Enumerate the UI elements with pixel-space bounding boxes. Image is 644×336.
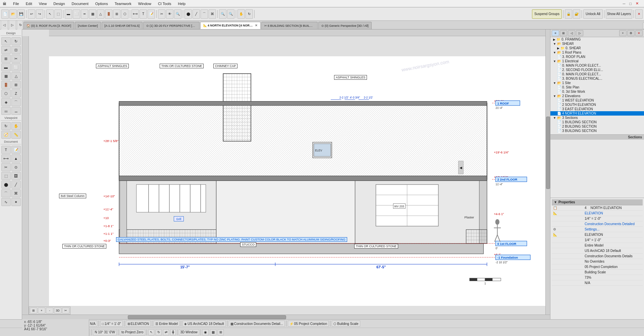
pan-tool-btn[interactable]: ✋: [11, 122, 21, 130]
tree-item-south-elev[interactable]: 📄 2 SOUTH ELEVATION: [550, 103, 644, 107]
main-canvas-area[interactable]: ELEV 2-2 1/2' 4'-3 3/4" 2-2 1/2' +28'-8"…: [22, 29, 550, 319]
column-tool[interactable]: ⬜: [73, 9, 80, 19]
text-tool-btn[interactable]: T: [1, 146, 11, 154]
menu-window[interactable]: Window: [137, 2, 153, 6]
orbit-tool-btn[interactable]: ↻: [1, 122, 11, 130]
fit-all-button[interactable]: ⊞: [30, 308, 37, 314]
sb-model-btn[interactable]: ☰ Entire Model: [154, 321, 179, 327]
sb-layers-filter[interactable]: ▦: [210, 329, 216, 335]
tab-3d-fly[interactable]: ⊙ (1) 3D-20 FLY PERSPECTIVE [3D-20 FLY P…: [143, 22, 200, 29]
label-tool[interactable]: 📝: [148, 9, 155, 19]
rotate-tool-btn[interactable]: ↻: [11, 37, 21, 45]
sb-layer-btn[interactable]: ▦ Construction Documents Detail...: [229, 321, 285, 327]
menu-design[interactable]: Design: [52, 2, 66, 6]
tree-item-bonus-elec[interactable]: 📄 3. BONUS ELECTRICAL...: [550, 76, 644, 81]
sb-project-zero-btn[interactable]: to Project Zero: [120, 329, 145, 335]
tab-action-center[interactable]: [Action Center]: [75, 22, 101, 29]
object-tool[interactable]: ⬡: [121, 9, 128, 19]
prop-row-settings[interactable]: ⚙ Settings...: [552, 227, 643, 232]
panel-collapse-button[interactable]: ◀: [458, 161, 464, 174]
sb-penset-btn[interactable]: ◈ US ArchiCAD 18 Default: [182, 321, 225, 327]
undo-button[interactable]: ↩: [28, 9, 35, 19]
roof-tool[interactable]: △: [97, 9, 104, 19]
back-btn[interactable]: ◁: [568, 30, 575, 36]
section-marker-btn[interactable]: ✂: [1, 163, 11, 171]
tree-item-electrical-parent[interactable]: ▼ 📂 1 Electrical: [550, 59, 644, 63]
elev-mark-tool-btn[interactable]: ▲: [11, 154, 21, 162]
marquee-tool[interactable]: ⬚: [54, 9, 62, 19]
unlock-all-button[interactable]: Unlock All: [583, 9, 603, 19]
3d-window-btn[interactable]: 3D: [54, 308, 61, 314]
sb-display-opts[interactable]: ⊞: [218, 329, 224, 335]
arrow-tool[interactable]: ↖: [46, 9, 54, 19]
menu-document[interactable]: Document: [70, 2, 90, 6]
tree-item-roof-plans-parent[interactable]: ▼ 📂 1 Roof Plans: [550, 50, 644, 55]
elevation-tool[interactable]: 👁: [166, 9, 173, 19]
tab-generic-perspective[interactable]: ⊙ (0) Generic Perspective [3D / All]: [318, 22, 372, 29]
view-prev-button[interactable]: ◁: [1, 20, 8, 30]
menu-file[interactable]: File: [12, 2, 20, 6]
menu-teamwork[interactable]: Teamwork: [113, 2, 133, 6]
measure-tool-btn[interactable]: 📏: [11, 131, 21, 139]
line-tool[interactable]: ╱: [193, 9, 200, 19]
orbit-button[interactable]: ↻: [246, 9, 253, 19]
tree-item-main-floor-elec2[interactable]: 📄 0. MAIN FLOOR ELECT...: [550, 72, 644, 76]
line-tool-btn[interactable]: ╱: [11, 181, 21, 189]
label-tool-btn[interactable]: 📝: [11, 146, 21, 154]
tree-item-west-elev[interactable]: 📄 1 WEST ELEVATION: [550, 98, 644, 103]
detail-tool[interactable]: 🔍: [174, 9, 181, 19]
sb-view-filter[interactable]: ◉: [202, 329, 209, 335]
window-minimize[interactable]: ─: [622, 2, 627, 6]
window-close-btn[interactable]: ✕: [635, 9, 643, 19]
window-close[interactable]: ✕: [634, 1, 640, 6]
tree-item-framing[interactable]: ▶ 📁 0. FRAMING: [550, 37, 644, 42]
menu-options[interactable]: Options: [94, 2, 109, 6]
sb-north-btn[interactable]: N 10° 31' 0'W: [93, 329, 117, 335]
polyline-tool-btn[interactable]: ⌘: [11, 189, 21, 197]
settings-icon-btn[interactable]: ⚙: [627, 30, 635, 36]
tree-item-second-floor-elec[interactable]: 📄 2. SECOND FLOOR ELU...: [550, 68, 644, 72]
tree-item-north-elev[interactable]: 📄 4 NORTH ELEVATION: [550, 111, 644, 116]
section-tool[interactable]: ✂: [158, 9, 165, 19]
arrow-tool-btn[interactable]: ↖: [1, 37, 11, 45]
fill-tool[interactable]: ⬤: [184, 9, 192, 19]
horizontal-scroll-thumb[interactable]: [128, 315, 286, 319]
tree-item-site-plan[interactable]: 📄 0. Site Plan: [550, 85, 644, 89]
prop-elev-value[interactable]: ELEVATION: [585, 211, 603, 215]
split-tool-btn[interactable]: ✂: [11, 55, 21, 63]
save-button[interactable]: 💾: [17, 9, 25, 19]
dim-tool-btn[interactable]: ⟷: [1, 154, 11, 162]
forward-btn[interactable]: ▷: [576, 30, 583, 36]
open-button[interactable]: 📂: [9, 9, 17, 19]
vertical-scrollbar[interactable]: [545, 29, 550, 319]
wall-tool-btn[interactable]: ▬: [1, 63, 11, 71]
figure-tool-btn[interactable]: 🖼: [11, 172, 21, 180]
tree-item-elevations-parent[interactable]: ▼ 📂 2 Elevations: [550, 94, 644, 98]
sb-arrow-tool[interactable]: ↖: [148, 329, 154, 335]
zoom-out-canvas[interactable]: -: [46, 308, 53, 314]
navigator-tab[interactable]: ≡: [552, 30, 559, 36]
hotspot-tool-btn[interactable]: ✦: [11, 198, 21, 206]
tab-north-elevation[interactable]: 📐 4 NORTH ELEVATION [4 NORTH ELEVATI...]…: [200, 22, 261, 29]
tree-item-3d-site[interactable]: 📄 0. 3d Site Work: [550, 89, 644, 94]
slab-tool[interactable]: ▦: [89, 9, 96, 19]
roof-tool-btn[interactable]: △: [11, 72, 21, 80]
fill-tool-btn[interactable]: ⬤: [1, 181, 11, 189]
section-btn-canvas[interactable]: ✂: [62, 308, 69, 314]
window-restore[interactable]: □: [628, 2, 633, 6]
sb-scale-btn[interactable]: □ 1/4" = 1'-0": [100, 321, 123, 327]
dimension-tool[interactable]: ⟷: [131, 9, 139, 19]
tab-roof-plan[interactable]: 🏠 (0) 3. ROOF PLAN [3. ROOF]: [23, 22, 74, 29]
menu-help[interactable]: Help: [176, 2, 187, 6]
wall-tool[interactable]: ▬: [65, 9, 72, 19]
horizontal-scrollbar[interactable]: [22, 315, 550, 319]
pan-button[interactable]: ✋: [237, 9, 245, 19]
text-tool[interactable]: T: [140, 9, 147, 19]
sb-nav-btn[interactable]: N/A: [88, 321, 97, 327]
tree-item-site-parent[interactable]: ▼ 📂 1 Site: [550, 81, 644, 85]
new-button[interactable]: 📄: [1, 9, 9, 19]
arc-tool-btn[interactable]: ⌒: [1, 189, 11, 197]
view-next-button[interactable]: ▷: [9, 20, 16, 30]
show-all-button[interactable]: Show All Layers: [606, 9, 632, 19]
tree-item-bldg-sec2[interactable]: 📄 2 BUILDING SECTION: [550, 124, 644, 129]
